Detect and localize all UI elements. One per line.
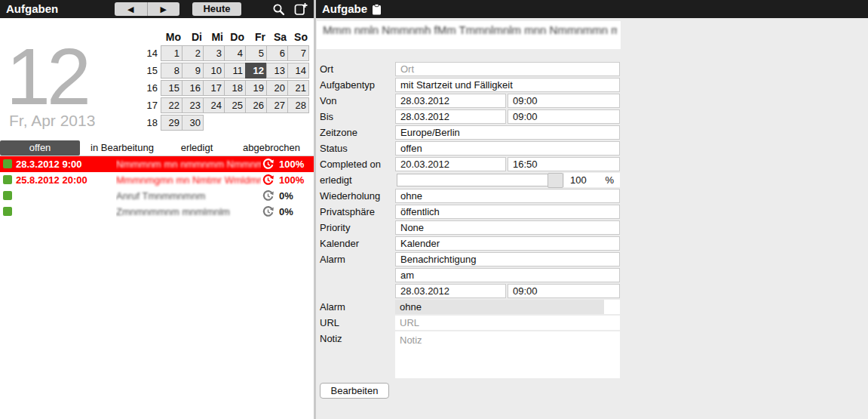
filter-tab-offen[interactable]: offen: [0, 140, 80, 156]
calendar-day[interactable]: 26: [245, 97, 267, 113]
task-detail-panel: Mmm nmln Nmmnmh fMm Tmmnlmnlm mnn Nmmnmm…: [316, 18, 868, 419]
progress-slider-track[interactable]: [397, 174, 549, 186]
progress-value: 100: [570, 173, 587, 187]
calendar-day[interactable]: 2: [182, 45, 204, 61]
calendar-day[interactable]: 19: [245, 80, 267, 96]
alarm-time-field[interactable]: 09:00: [508, 284, 620, 298]
progress-value-box[interactable]: 100 %: [564, 173, 620, 187]
next-day-button[interactable]: ▶: [148, 2, 180, 16]
prev-day-button[interactable]: ◀: [115, 2, 148, 16]
task-title: Mmmnmgmn mn Nmtmr Wmldmn…: [116, 172, 261, 188]
recurring-clock-icon: [262, 159, 274, 173]
task-title: Nmmmnm mn nmmnmm Nmmnmnm…: [116, 156, 261, 172]
day-header: Mo: [163, 30, 184, 45]
calendar-day[interactable]: 25: [224, 97, 246, 113]
day-header: Di: [184, 30, 205, 45]
calendar-day[interactable]: 15: [161, 80, 182, 96]
task-row[interactable]: 25.8.2012 20:00 Mmmnmgmn mn Nmtmr Wmldmn…: [0, 172, 314, 188]
calendar-day[interactable]: 5: [245, 45, 267, 61]
calendar-day[interactable]: 10: [203, 63, 225, 79]
alarm-date-field[interactable]: 28.03.2012: [395, 284, 506, 298]
status-filter-tabs: offen in Bearbeitung erledigt abgebroche…: [0, 140, 314, 156]
task-date: 25.8.2012 20:00: [16, 172, 87, 188]
big-day-number: 12: [6, 36, 87, 116]
task-progress: 100%: [279, 172, 304, 188]
calendar-day[interactable]: 24: [203, 97, 225, 113]
status-label: Status: [320, 141, 394, 156]
task-row-selected[interactable]: 28.3.2012 9:00 Nmmmnm mn nmmnmm Nmmnmnm……: [0, 156, 314, 172]
week-number: 16: [140, 80, 163, 97]
aufgabentyp-label: Aufgabentyp: [320, 78, 394, 92]
alarm2-field[interactable]: ohne: [395, 300, 604, 314]
privatsphaere-field[interactable]: öffentlich: [395, 205, 620, 219]
filter-tab-abgebrochen[interactable]: abgebrochen: [229, 140, 314, 156]
kalender-field[interactable]: Kalender: [395, 236, 620, 251]
priority-field[interactable]: None: [395, 220, 620, 235]
status-square-icon: [3, 207, 12, 216]
completed-date-field[interactable]: 20.03.2012: [395, 157, 506, 171]
task-row[interactable]: Zmnmnmmnm mnmlmnlm 0%: [0, 204, 314, 220]
task-row[interactable]: Anruf Tmnmmnmnm 0%: [0, 188, 314, 204]
wiederholung-label: Wiederholung: [320, 189, 394, 203]
day-header: So: [290, 30, 311, 45]
calendar-day[interactable]: 8: [161, 63, 182, 79]
calendar-day[interactable]: 27: [266, 97, 288, 113]
edit-button[interactable]: Bearbeiten: [320, 383, 389, 399]
notiz-label: Notiz: [320, 331, 394, 346]
recurring-clock-icon: [262, 190, 274, 205]
recurring-clock-icon: [262, 174, 274, 189]
day-header: Do: [226, 30, 247, 45]
calendar-day[interactable]: 3: [203, 45, 225, 61]
von-date-field[interactable]: 28.03.2012: [395, 94, 506, 108]
url-input[interactable]: [395, 316, 620, 330]
task-progress: 0%: [279, 188, 293, 204]
calendar-day[interactable]: 14: [287, 63, 309, 79]
search-icon[interactable]: [272, 3, 285, 19]
completed-on-label: Completed on: [320, 157, 394, 171]
calendar-day[interactable]: 29: [161, 115, 182, 131]
progress-slider-handle[interactable]: [547, 173, 563, 188]
filter-tab-erledigt[interactable]: erledigt: [164, 140, 229, 156]
wiederholung-field[interactable]: ohne: [395, 189, 620, 203]
task-date: 28.3.2012 9:00: [16, 156, 81, 172]
calendar-day[interactable]: 30: [182, 115, 204, 131]
completed-time-field[interactable]: 16:50: [508, 157, 620, 171]
alarm-am-field[interactable]: am: [395, 268, 620, 282]
privatsphaere-label: Privatsphäre: [320, 205, 394, 219]
calendar-day[interactable]: 9: [182, 63, 204, 79]
top-toolbar: Aufgaben ◀ ▶ Heute Aufgabe: [0, 0, 868, 18]
calendar-day-selected[interactable]: 12: [245, 63, 267, 79]
ort-input[interactable]: [395, 62, 620, 76]
calendar-day[interactable]: 22: [161, 97, 182, 113]
alarm-type-field[interactable]: Benachrichtigung: [395, 252, 620, 266]
calendar-day[interactable]: 4: [224, 45, 246, 61]
today-button[interactable]: Heute: [192, 2, 241, 16]
task-title-field[interactable]: Mmm nmln Nmmnmh fMm Tmmnlmnlm mnn Nmmnmm…: [317, 21, 621, 49]
calendar-day[interactable]: 23: [182, 97, 204, 113]
calendar-day[interactable]: 16: [182, 80, 204, 96]
task-progress: 100%: [279, 156, 304, 172]
bis-time-field[interactable]: 09:00: [508, 109, 620, 124]
calendar-day[interactable]: 21: [287, 80, 309, 96]
calendar-day[interactable]: 20: [266, 80, 288, 96]
calendar-day[interactable]: 7: [287, 45, 309, 61]
zeitzone-field[interactable]: Europe/Berlin: [395, 125, 620, 140]
app-title: Aufgaben: [6, 0, 58, 18]
new-task-icon[interactable]: [294, 2, 308, 19]
aufgabentyp-field[interactable]: mit Startzeit und Fälligkeit: [395, 78, 620, 92]
day-header: Mi: [205, 30, 226, 45]
calendar-day[interactable]: 1: [161, 45, 182, 61]
status-field[interactable]: offen: [395, 141, 620, 156]
von-time-field[interactable]: 09:00: [508, 94, 620, 108]
calendar-day[interactable]: 18: [224, 80, 246, 96]
calendar-day[interactable]: 11: [224, 63, 246, 79]
bis-date-field[interactable]: 28.03.2012: [395, 109, 506, 124]
calendar-day[interactable]: 13: [266, 63, 288, 79]
task-title: Zmnmnmmnm mnmlmnlm: [116, 204, 261, 220]
calendar-day[interactable]: 28: [287, 97, 309, 113]
calendar-day[interactable]: 17: [203, 80, 225, 96]
notiz-textarea[interactable]: [395, 331, 620, 378]
week-number: 18: [140, 115, 163, 132]
calendar-day[interactable]: 6: [266, 45, 288, 61]
filter-tab-in-bearbeitung[interactable]: in Bearbeitung: [80, 140, 164, 156]
